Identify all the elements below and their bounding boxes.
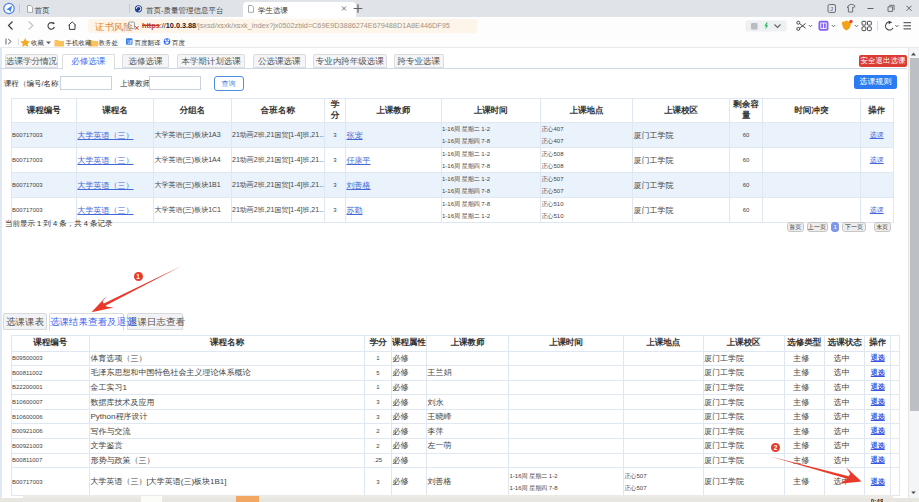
svg-text:J: J [830, 6, 833, 12]
svg-text:译: 译 [126, 39, 132, 45]
